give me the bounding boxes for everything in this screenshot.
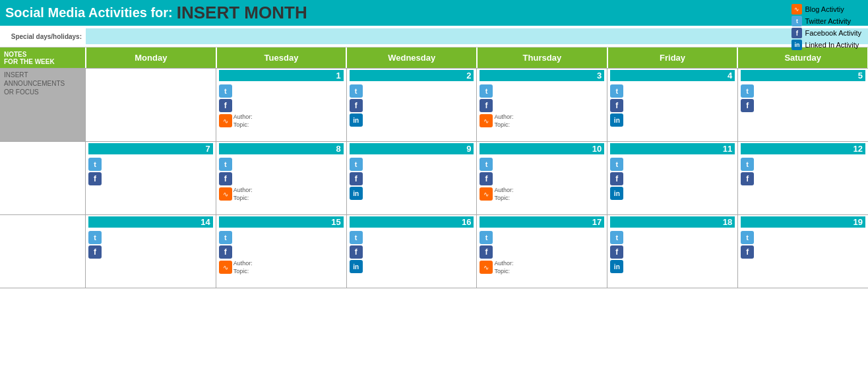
facebook-row: f [480,98,604,113]
blog-text: Author:Topic: [233,113,253,129]
day-cell-16[interactable]: 16tfin [347,215,478,288]
facebook-icon: f [610,99,623,112]
twitter-icon: t [350,231,363,244]
twitter-icon: t [480,84,493,98]
twitter-row: t [88,157,213,172]
day-number-8: 8 [219,143,344,154]
facebook-icon: f [219,172,232,185]
calendar-grid: INSERTANNOUNCEMENTSOR FOCUS1tf∿Author:To… [0,68,868,288]
header-thursday: Thursday [477,48,607,68]
day-cell-2[interactable]: 2tfin [347,69,478,141]
day-cell-18[interactable]: 18tfin [607,215,738,288]
calendar-week-2: 7tf8tf∿Author:Topic:9tfin10tf∿Author:Top… [0,142,868,215]
facebook-icon: f [219,245,232,259]
twitter-row: t [219,230,344,245]
twitter-row: t [480,230,604,245]
facebook-icon: f [88,245,102,259]
facebook-row: f [480,172,604,186]
linkedin-icon: in [350,113,363,127]
day-cell-10[interactable]: 10tf∿Author:Topic: [477,142,607,214]
day-cell-17[interactable]: 17tf∿Author:Topic: [477,215,607,288]
notes-cell-week-3[interactable] [0,215,86,288]
linkedin-row: in [350,259,474,274]
blog-text: Author:Topic: [494,260,513,275]
day-cell-5[interactable]: 5tf [738,69,868,141]
special-days-label: Special days/holidays: [0,33,86,40]
day-cell-1[interactable]: 1tf∿Author:Topic: [216,69,347,141]
day-cell-14[interactable]: 14tf [86,215,216,288]
facebook-icon: f [480,99,493,112]
day-cell-[interactable] [86,69,216,141]
twitter-icon: t [219,231,232,244]
notes-text: ANNOUNCEMENTS [4,80,81,87]
calendar-week-1: INSERTANNOUNCEMENTSOR FOCUS1tf∿Author:To… [0,69,868,142]
day-cell-12[interactable]: 12tf [738,142,868,214]
facebook-icon: f [350,245,363,259]
day-number-1: 1 [219,70,344,81]
facebook-row: f [741,172,865,186]
rss-icon: ∿ [219,261,232,274]
linkedin-row: in [610,186,735,201]
header-saturday: Saturday [737,48,868,68]
rss-icon: ∿ [219,187,232,201]
rss-icon: ∿ [219,114,232,127]
day-number-11: 11 [610,143,735,154]
day-number-9: 9 [350,143,474,154]
linkedin-row: in [350,186,474,201]
day-cell-4[interactable]: 4tfin [607,69,738,141]
linkedin-row: in [350,113,474,127]
blog-entry: ∿Author:Topic: [219,260,344,275]
facebook-row: f [219,172,344,186]
day-cell-7[interactable]: 7tf [86,142,216,214]
header-static-label: Social Media Activities for: [5,5,173,20]
day-cell-9[interactable]: 9tfin [347,142,478,214]
linkedin-icon: in [350,260,363,273]
facebook-icon: f [610,245,623,259]
twitter-icon: t [219,158,232,171]
rss-icon: ∿ [480,187,493,201]
day-cell-15[interactable]: 15tf∿Author:Topic: [216,215,347,288]
twitter-icon: t [350,158,363,171]
day-number-5: 5 [741,70,865,81]
facebook-icon: f [350,99,363,112]
blog-entry: ∿Author:Topic: [219,187,344,202]
header-month: INSERT MONTH [177,3,307,23]
blog-text: Author:Topic: [494,113,513,129]
day-cell-19[interactable]: 19tf [738,215,868,288]
twitter-row: t [350,84,474,98]
facebook-icon: f [88,172,102,185]
notes-cell-week-2[interactable] [0,142,86,214]
facebook-icon: f [480,172,493,185]
notes-cell-week-1[interactable]: INSERTANNOUNCEMENTSOR FOCUS [0,69,86,141]
facebook-row: f [219,98,344,113]
linkedin-row: in [610,259,735,274]
blog-text: Author:Topic: [233,187,253,202]
calendar-week-3: 14tf15tf∿Author:Topic:16tfin17tf∿Author:… [0,215,868,288]
day-cell-11[interactable]: 11tfin [607,142,738,214]
twitter-icon: t [88,158,102,171]
day-number-7: 7 [88,143,213,154]
twitter-row: t [219,157,344,172]
facebook-icon: f [350,172,363,185]
facebook-icon: f [480,245,493,259]
day-number-15: 15 [219,216,344,228]
day-number-4: 4 [610,70,735,81]
facebook-icon: f [741,172,754,185]
twitter-row: t [610,230,735,245]
notes-text: INSERT [4,71,81,79]
facebook-icon: f [741,99,754,112]
blog-entry: ∿Author:Topic: [480,187,604,202]
linkedin-icon: in [791,40,802,50]
day-cell-3[interactable]: 3tf∿Author:Topic: [477,69,607,141]
special-days-content[interactable] [86,28,868,44]
notes-header-line1: NOTES [4,51,81,58]
day-number-18: 18 [610,216,735,228]
facebook-row: f [88,245,213,259]
linkedin-icon: in [610,187,623,200]
twitter-row: t [219,84,344,98]
legend-twitter-label: Twitter Activity [805,17,851,25]
day-cell-8[interactable]: 8tf∿Author:Topic: [216,142,347,214]
facebook-row: f [350,245,474,259]
legend-facebook: f Facebook Activity [791,28,861,38]
day-number-2: 2 [350,70,474,81]
